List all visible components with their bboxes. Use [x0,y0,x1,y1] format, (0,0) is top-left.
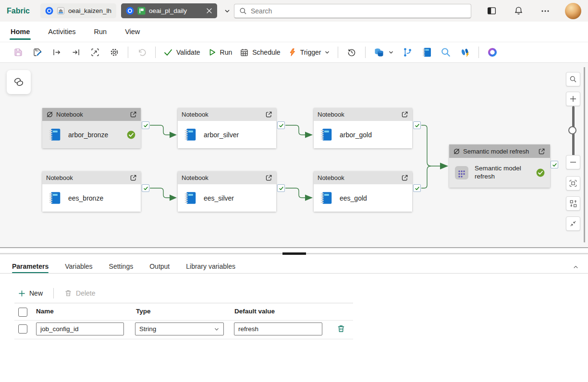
plus-icon [569,95,577,103]
schedule-button[interactable]: Schedule [236,44,284,61]
on-success-checkbox[interactable] [413,121,421,129]
menu-activities[interactable]: Activities [46,22,77,42]
more-options-icon[interactable] [538,4,552,18]
pipeline-canvas[interactable]: Notebook arbor_bronze Notebook arbor_sil… [0,63,588,248]
browse-activities-button[interactable] [7,70,31,94]
source-control-button[interactable] [398,44,417,61]
open-external-icon[interactable] [265,111,272,118]
row-checkbox[interactable] [18,324,27,334]
pipeline-node-arbor-bronze[interactable]: Notebook arbor_bronze [42,108,141,148]
parameter-default-value-input[interactable] [234,322,322,335]
trigger-button[interactable]: Trigger [284,44,334,61]
on-success-checkbox[interactable] [277,184,285,192]
menubar: Home Activities Run View [0,22,588,42]
parameter-name-input[interactable] [36,322,124,335]
add-input-button[interactable] [47,44,66,61]
canvas-search-button[interactable] [566,72,580,86]
settings-button[interactable] [105,44,124,61]
tab-label: oeai_kaizen_lh [68,7,111,14]
collapse-controls-button[interactable] [566,216,580,231]
reorder-layout-button[interactable] [566,196,580,211]
eventstream-button[interactable] [455,44,475,61]
plus-icon [18,290,25,297]
open-external-icon[interactable] [401,174,408,181]
user-avatar[interactable] [565,3,581,19]
open-external-icon[interactable] [401,111,408,118]
tab-list-chevron-down-icon[interactable] [224,8,231,14]
delete-parameter-button[interactable]: Delete [61,286,99,300]
node-header: Notebook [42,108,141,121]
undo-button[interactable] [132,44,151,61]
collapse-panel-button[interactable] [570,261,581,273]
menu-run[interactable]: Run [92,22,109,42]
canvas-vertical-scrollbar[interactable] [584,67,585,242]
panel-splitter [0,249,588,259]
on-success-checkbox[interactable] [551,161,558,168]
pipeline-node-arbor-gold[interactable]: Notebook arbor_gold [314,108,412,148]
toolbar-divider [478,47,479,58]
new-parameter-button[interactable]: New [14,286,47,300]
tab-output[interactable]: Output [149,259,170,273]
open-external-icon[interactable] [130,111,137,118]
pipeline-node-semantic-model-refresh[interactable]: Semantic model refresh Semantic model re… [449,144,550,188]
chevron-up-icon [572,263,579,271]
workspace-tab-pipeline[interactable]: oeai_pl_daily [121,3,217,18]
pipeline-node-ees-gold[interactable]: Notebook ees_gold [314,171,412,212]
menu-home[interactable]: Home [9,22,32,42]
on-success-checkbox[interactable] [142,184,149,192]
add-output-button[interactable] [66,44,86,61]
node-body: arbor_silver [178,121,276,148]
node-body: arbor_gold [314,121,412,148]
zoom-out-button[interactable] [566,155,580,169]
save-button[interactable] [9,44,28,61]
pipeline-node-ees-bronze[interactable]: Notebook ees_bronze [42,171,141,212]
open-external-icon[interactable] [265,174,272,181]
validate-button[interactable]: Validate [159,44,204,61]
find-in-canvas-button[interactable] [436,44,455,61]
tab-settings[interactable]: Settings [109,259,134,273]
delete-row-button[interactable] [337,324,345,333]
trash-icon [64,289,72,297]
titlebar-right-actions [484,0,588,22]
fabric-logo[interactable]: Fabric [7,7,30,15]
notebook-tool-button[interactable] [417,44,436,61]
copilot-icon [487,47,498,58]
toolbar-divider [365,47,366,58]
branch-icon [402,47,413,58]
on-success-checkbox[interactable] [413,184,421,192]
pipeline-node-ees-silver[interactable]: Notebook ees_silver [178,171,276,212]
workspace-tab-lakehouse[interactable]: oeai_kaizen_lh [40,3,116,18]
node-body: Semantic model refresh [449,158,550,188]
check-icon [552,162,557,167]
parameters-panel: New Delete Name Type Default value Strin… [0,274,588,382]
zoom-in-button[interactable] [566,92,580,106]
search-input[interactable] [251,7,466,15]
splitter-grip[interactable] [282,252,306,255]
auto-align-button[interactable] [86,44,105,61]
selected-type-label: String [139,325,156,333]
success-badge-icon [127,131,135,139]
menu-view[interactable]: View [123,22,142,42]
on-success-checkbox[interactable] [277,121,285,129]
tab-variables[interactable]: Variables [65,259,92,273]
save-as-button[interactable] [28,44,47,61]
close-tab-icon[interactable] [206,8,212,14]
zoom-slider-handle[interactable] [568,126,576,134]
run-button[interactable]: Run [204,44,236,61]
parameter-type-select[interactable]: String [135,322,224,335]
open-external-icon[interactable] [538,148,545,155]
tab-parameters[interactable]: Parameters [12,259,49,273]
side-panel-toggle-icon[interactable] [484,4,499,18]
tab-library-variables[interactable]: Library variables [186,259,235,273]
fit-to-screen-button[interactable] [566,176,580,191]
run-history-button[interactable] [342,44,361,61]
minus-icon [569,158,577,166]
notifications-bell-icon[interactable] [511,4,526,18]
open-external-icon[interactable] [130,174,137,181]
copilot-button[interactable] [483,44,502,61]
on-success-checkbox[interactable] [142,121,149,129]
select-all-checkbox[interactable] [18,308,27,317]
copy-data-button[interactable] [369,44,398,61]
pipeline-node-arbor-silver[interactable]: Notebook arbor_silver [178,108,276,148]
trigger-label: Trigger [300,48,321,56]
